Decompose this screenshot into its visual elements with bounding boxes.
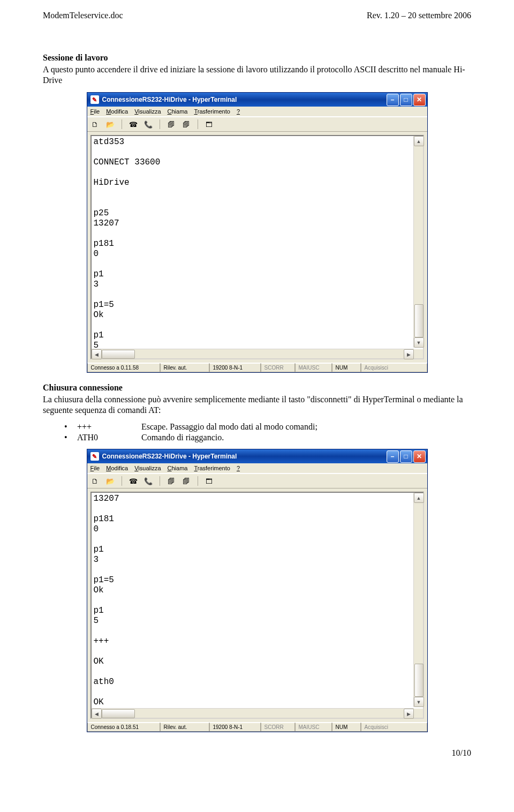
- scroll-up-icon[interactable]: ▲: [414, 136, 424, 146]
- properties-icon[interactable]: 🗔: [205, 476, 214, 486]
- header-right: Rev. 1.20 – 20 settembre 2006: [367, 11, 471, 20]
- menu-trasferimento[interactable]: Trasferimento: [194, 465, 230, 471]
- scroll-left-icon[interactable]: ◀: [92, 349, 102, 359]
- horizontal-scrollbar[interactable]: ◀ ▶: [92, 708, 414, 718]
- close-button[interactable]: ✕: [413, 450, 426, 463]
- titlebar[interactable]: ✎ ConnessioneRS232-HiDrive - HyperTermin…: [87, 449, 427, 463]
- status-num: NUM: [332, 723, 361, 732]
- scroll-down-icon[interactable]: ▼: [414, 337, 424, 348]
- status-maiusc: MAIUSC: [295, 723, 332, 732]
- terminal-area[interactable]: 13207 p181 0 p1 3 p1=5 Ok p1 5 +++ OK at…: [90, 492, 424, 719]
- window-title: ConnessioneRS232-HiDrive - HyperTerminal: [102, 96, 237, 103]
- open-icon[interactable]: 📂: [105, 119, 115, 129]
- list-item: • ATH0 Comando di riaggancio.: [64, 433, 471, 442]
- scroll-left-icon[interactable]: ◀: [92, 709, 102, 719]
- status-scorr: SCORR: [261, 723, 295, 732]
- scroll-thumb-v[interactable]: [414, 664, 424, 697]
- status-maiusc: MAIUSC: [295, 363, 332, 372]
- at-commands-list: • +++ Escape. Passaggio dal modo dati al…: [43, 422, 471, 442]
- hyperterminal-window-2: ✎ ConnessioneRS232-HiDrive - HyperTermin…: [87, 449, 428, 732]
- scroll-thumb-h[interactable]: [102, 350, 135, 359]
- hyperterminal-window-1: ✎ ConnessioneRS232-HiDrive - HyperTermin…: [87, 92, 428, 373]
- list-item: • +++ Escape. Passaggio dal modo dati al…: [64, 422, 471, 432]
- vertical-scrollbar[interactable]: ▲ ▼: [413, 136, 423, 348]
- menu-help[interactable]: ?: [237, 108, 240, 115]
- terminal-area[interactable]: atd353 CONNECT 33600 HiDrive p25 13207 p…: [90, 135, 424, 359]
- minimize-button[interactable]: –: [387, 450, 399, 463]
- status-acq: Acquisisci: [361, 363, 427, 372]
- status-bar: Connesso a 0.18.51 Rilev. aut. 19200 8-N…: [87, 722, 427, 732]
- receive-icon[interactable]: 🗐: [182, 119, 191, 129]
- at-desc-escape: Escape. Passaggio dal modo dati al modo …: [141, 422, 318, 432]
- scroll-thumb-v[interactable]: [414, 304, 424, 337]
- status-port: 19200 8-N-1: [209, 363, 261, 372]
- at-cmd-escape: +++: [77, 422, 141, 432]
- scroll-up-icon[interactable]: ▲: [414, 493, 424, 503]
- close-button[interactable]: ✕: [413, 94, 426, 106]
- send-icon[interactable]: 🗐: [167, 476, 176, 486]
- app-icon: ✎: [90, 452, 99, 461]
- page-number: 10/10: [452, 748, 471, 758]
- menu-modifica[interactable]: Modifica: [106, 108, 128, 115]
- properties-icon[interactable]: 🗔: [205, 119, 214, 129]
- toolbar: 🗋 📂 ☎ 📞 🗐 🗐 🗔: [87, 117, 427, 132]
- disconnect-icon[interactable]: 📞: [143, 119, 153, 129]
- maximize-button[interactable]: □: [400, 450, 412, 463]
- status-conn: Connesso a 0.11.58: [87, 363, 160, 372]
- new-icon[interactable]: 🗋: [90, 119, 100, 129]
- status-scorr: SCORR: [261, 363, 295, 372]
- menu-chiama[interactable]: Chiama: [168, 108, 188, 115]
- section-chiusura: Chiusura connessione La chiusura della c…: [43, 382, 471, 416]
- menu-visualizza[interactable]: Visualizza: [134, 108, 161, 115]
- vertical-scrollbar[interactable]: ▲ ▼: [413, 493, 423, 707]
- horizontal-scrollbar[interactable]: ◀ ▶: [92, 349, 414, 358]
- section-title-sessione: Sessione di lavoro: [43, 52, 471, 63]
- scroll-right-icon[interactable]: ▶: [404, 349, 414, 359]
- send-icon[interactable]: 🗐: [167, 119, 176, 129]
- window-title: ConnessioneRS232-HiDrive - HyperTerminal: [102, 453, 237, 460]
- section-title-chiusura: Chiusura connessione: [43, 382, 471, 393]
- toolbar: 🗋 📂 ☎ 📞 🗐 🗐 🗔: [87, 473, 427, 488]
- minimize-button[interactable]: –: [387, 94, 399, 106]
- page-header: ModemTeleservice.doc Rev. 1.20 – 20 sett…: [43, 11, 471, 20]
- menu-chiama[interactable]: Chiama: [168, 465, 188, 471]
- disconnect-icon[interactable]: 📞: [143, 476, 153, 486]
- receive-icon[interactable]: 🗐: [182, 476, 191, 486]
- menubar: File Modifica Visualizza Chiama Trasferi…: [87, 463, 427, 473]
- status-num: NUM: [332, 363, 361, 372]
- section-text-chiusura: La chiusura della connessione può avveni…: [43, 394, 471, 416]
- section-sessione: Sessione di lavoro A questo punto accend…: [43, 52, 471, 86]
- connect-icon[interactable]: ☎: [128, 476, 138, 486]
- maximize-button[interactable]: □: [400, 94, 412, 106]
- menu-visualizza[interactable]: Visualizza: [134, 465, 161, 471]
- open-icon[interactable]: 📂: [105, 476, 115, 486]
- terminal-output-2: 13207 p181 0 p1 3 p1=5 Ok p1 5 +++ OK at…: [92, 493, 423, 718]
- new-icon[interactable]: 🗋: [90, 476, 100, 486]
- terminal-output-1: atd353 CONNECT 33600 HiDrive p25 13207 p…: [92, 136, 423, 358]
- status-port: 19200 8-N-1: [209, 723, 261, 732]
- header-left: ModemTeleservice.doc: [43, 11, 123, 20]
- at-cmd-ath0: ATH0: [77, 433, 141, 442]
- app-icon: ✎: [90, 95, 99, 104]
- status-rilev: Rilev. aut.: [160, 363, 209, 372]
- menu-modifica[interactable]: Modifica: [106, 465, 128, 471]
- status-bar: Connesso a 0.11.58 Rilev. aut. 19200 8-N…: [87, 363, 427, 372]
- titlebar[interactable]: ✎ ConnessioneRS232-HiDrive - HyperTermin…: [87, 93, 427, 107]
- menu-help[interactable]: ?: [237, 465, 240, 471]
- page-footer: 10/10: [43, 748, 471, 758]
- at-desc-ath0: Comando di riaggancio.: [141, 433, 224, 442]
- scroll-down-icon[interactable]: ▼: [414, 697, 424, 707]
- menubar: File Modifica Visualizza Chiama Trasferi…: [87, 107, 427, 117]
- section-text-sessione: A questo punto accendere il drive ed ini…: [43, 64, 471, 86]
- scroll-thumb-h[interactable]: [102, 709, 135, 718]
- scroll-right-icon[interactable]: ▶: [404, 709, 414, 719]
- status-rilev: Rilev. aut.: [160, 723, 209, 732]
- menu-trasferimento[interactable]: Trasferimento: [194, 108, 230, 115]
- status-conn: Connesso a 0.18.51: [87, 723, 160, 732]
- menu-file[interactable]: File: [90, 108, 100, 115]
- connect-icon[interactable]: ☎: [128, 119, 138, 129]
- menu-file[interactable]: File: [90, 465, 100, 471]
- status-acq: Acquisisci: [361, 723, 427, 732]
